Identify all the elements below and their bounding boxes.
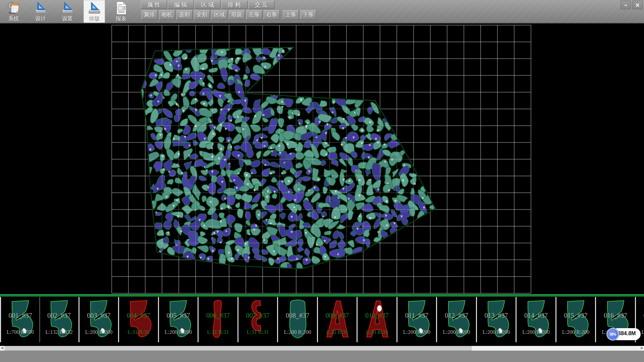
tool-camera[interactable]: 相机 xyxy=(159,10,175,20)
piece-thumbnail-15[interactable]: 015_#37L:200 R:200 xyxy=(556,297,596,342)
menu-row-top: 属性编辑区域排料交互 xyxy=(141,1,275,9)
piece-name: 015_#37 xyxy=(556,312,595,319)
piece-lr-count: L:200 R:200 xyxy=(79,329,118,335)
toolbar-button-label: 设置 xyxy=(62,15,73,22)
piece-lr-count: L:200 R:200 xyxy=(437,329,476,335)
application-window: 系统 设计 设置 排版 报表 属性编辑区域排料交互 聚排相机选割全割区域瑕疵左靠… xyxy=(0,0,644,362)
piece-name: 013_#37 xyxy=(477,312,516,319)
toolbar-button-label: 系统 xyxy=(8,15,19,22)
piece-thumbnail-10[interactable]: 010_#37L:33 R:33 xyxy=(358,297,397,342)
piece-thumbnail-4[interactable]: 004_#37L:31 R:31 xyxy=(119,297,159,342)
tool-snap-left[interactable]: 左靠 xyxy=(246,10,262,20)
piece-lr-count: L:31 R:31 xyxy=(238,329,277,335)
ruler-icon xyxy=(60,1,75,15)
tool-select-cut[interactable]: 选割 xyxy=(176,10,193,20)
toolbar-button-label: 设计 xyxy=(35,15,46,22)
piece-lr-count: L:200 R:200 xyxy=(517,329,555,335)
piece-lr-count: L:32 R:31 xyxy=(318,329,357,335)
memory-badge: 384.8M 38% xyxy=(606,327,641,341)
piece-name: 014_#37 xyxy=(517,312,555,319)
strip-scrollbar[interactable]: < > xyxy=(0,346,644,351)
piece-thumbnail-7[interactable]: 007_#37L:31 R:31 xyxy=(238,297,278,342)
piece-lr-count: L:200 R:200 xyxy=(159,329,198,335)
piece-lr-count: L:200 R:200 xyxy=(397,329,436,335)
nesting-canvas[interactable] xyxy=(0,23,644,294)
piece-name: 010_#37 xyxy=(358,312,396,319)
piece-name: 007_#37 xyxy=(238,312,277,319)
tool-cluster-nest[interactable]: 聚排 xyxy=(142,10,158,20)
tool-cut-all[interactable]: 全割 xyxy=(194,10,210,20)
toolbar-button-label: 排版 xyxy=(89,15,100,22)
toolbar: 系统 设计 设置 排版 报表 属性编辑区域排料交互 聚排相机选割全割区域瑕疵左靠… xyxy=(0,0,644,23)
window-controls: – × xyxy=(621,1,643,9)
piece-name: 011_#37 xyxy=(397,312,436,319)
piece-thumbnail-3[interactable]: 003_#37L:200 R:200 xyxy=(79,297,119,342)
piece-thumbnail-11[interactable]: 011_#37L:200 R:200 xyxy=(397,297,437,342)
toolbar-button-report[interactable]: 报表 xyxy=(110,0,132,23)
close-button[interactable]: × xyxy=(632,1,643,9)
piece-name: 017_#37 xyxy=(636,312,644,319)
tool-snap-bottom[interactable]: 下靠 xyxy=(300,10,316,20)
status-bar xyxy=(0,351,644,362)
piece-lr-count: L:21 R:21 xyxy=(199,329,237,335)
piece-lr-count: L:700 R:700 xyxy=(1,329,40,335)
toolbar-button-nesting[interactable]: 排版 xyxy=(84,0,105,23)
piece-lr-count: L:200 R:200 xyxy=(477,329,516,335)
piece-thumbnail-8[interactable]: 008_#37L:200 R:200 xyxy=(278,297,318,342)
piece-name: 009_#37 xyxy=(318,312,357,319)
tool-snap-right[interactable]: 右靠 xyxy=(264,10,280,20)
piece-name: 002_#37 xyxy=(40,312,78,319)
piece-thumbnail-5[interactable]: 005_#37L:200 R:200 xyxy=(159,297,199,342)
icon-toolbar: 系统 设计 设置 排版 报表 xyxy=(3,0,132,23)
piece-thumbnail-13[interactable]: 013_#37L:200 R:200 xyxy=(477,297,517,342)
memory-label: 384.8M xyxy=(618,330,636,337)
piece-thumbnail-1[interactable]: 001_#37L:700 R:700 xyxy=(0,297,41,342)
toolbar-button-system[interactable]: 系统 xyxy=(3,0,24,23)
strip-border-line xyxy=(0,296,644,296)
piece-thumbnail-12[interactable]: 012_#37L:200 R:200 xyxy=(437,297,477,342)
piece-lr-count: L:132 R:132 xyxy=(40,329,78,335)
scroll-thumb[interactable] xyxy=(5,346,472,351)
piece-name: 008_#37 xyxy=(278,312,317,319)
piece-name: 003_#37 xyxy=(79,312,118,319)
toolbar-button-design[interactable]: 设计 xyxy=(30,0,51,23)
tool-region[interactable]: 区域 xyxy=(211,10,227,20)
piece-name: 016_#37 xyxy=(596,312,635,319)
menu-region[interactable]: 区域 xyxy=(195,1,221,9)
tool-snap-top[interactable]: 上靠 xyxy=(283,10,299,20)
piece-lr-count: L:200 R:200 xyxy=(278,329,317,335)
piece-lr-count: L:200 R:200 xyxy=(556,329,595,335)
menu-nest[interactable]: 排料 xyxy=(221,1,248,9)
piece-name: 004_#37 xyxy=(119,312,158,319)
piece-name: 012_#37 xyxy=(437,312,476,319)
piece-thumbnail-9[interactable]: 009_#37L:32 R:31 xyxy=(318,297,358,342)
toolbar-button-label: 报表 xyxy=(116,15,126,22)
piece-lr-count: L:33 R:33 xyxy=(358,329,396,335)
piece-thumbnail-2[interactable]: 002_#37L:132 R:132 xyxy=(40,297,79,342)
menu-edit[interactable]: 编辑 xyxy=(168,1,194,9)
pieces-strip: 001_#37L:700 R:700002_#37L:132 R:132003_… xyxy=(0,294,644,346)
scroll-right-button[interactable]: > xyxy=(639,346,644,351)
piece-name: 001_#37 xyxy=(1,312,40,319)
ruler-icon xyxy=(87,1,102,15)
piece-name: 006_#37 xyxy=(199,312,237,319)
minimize-button[interactable]: – xyxy=(621,1,631,9)
piece-lr-count: L:31 R:31 xyxy=(119,329,158,335)
piece-name: 005_#37 xyxy=(159,312,198,319)
progress-circle: 38% xyxy=(606,328,619,341)
menu-row-bottom: 聚排相机选割全割区域瑕疵左靠右靠上靠下靠 xyxy=(142,10,318,20)
ruler-icon xyxy=(33,1,48,15)
nesting-canvas-svg[interactable] xyxy=(0,23,644,294)
piece-thumbnail-6[interactable]: 006_#37L:21 R:21 xyxy=(199,297,238,342)
system-icon xyxy=(6,1,21,15)
menu-properties[interactable]: 属性 xyxy=(141,1,167,9)
scroll-left-button[interactable]: < xyxy=(0,346,5,351)
toolbar-button-settings[interactable]: 设置 xyxy=(57,0,78,23)
tool-defect[interactable]: 瑕疵 xyxy=(229,10,245,20)
report-icon xyxy=(114,1,128,15)
piece-thumbnail-list: 001_#37L:700 R:700002_#37L:132 R:132003_… xyxy=(0,297,644,342)
piece-thumbnail-14[interactable]: 014_#37L:200 R:200 xyxy=(517,297,556,342)
menu-interact[interactable]: 交互 xyxy=(248,1,274,9)
